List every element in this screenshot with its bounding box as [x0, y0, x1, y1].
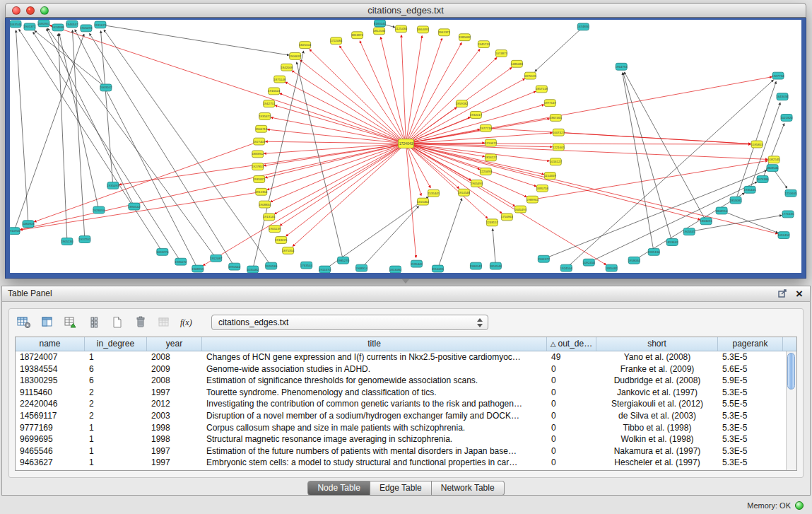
network-node[interactable]: 1210672 — [485, 139, 498, 146]
network-node[interactable]: 1863091 — [700, 218, 713, 225]
citation-edge-black[interactable] — [90, 33, 235, 267]
citation-edge-red[interactable] — [406, 77, 772, 144]
citation-edge-black[interactable] — [104, 30, 271, 266]
table-row[interactable]: 1830029562008Estimation of significance … — [16, 375, 796, 387]
network-node[interactable]: 1985130 — [648, 248, 661, 255]
network-node[interactable]: 1905130 — [61, 238, 73, 245]
network-node[interactable]: 1763544 — [300, 262, 313, 269]
table-row[interactable]: 977716911998Corpus callosum shape and si… — [16, 422, 796, 434]
network-node[interactable]: 1946347 — [66, 21, 78, 28]
network-node[interactable]: 1985082 — [459, 34, 471, 41]
citation-edge-red[interactable] — [203, 144, 406, 265]
network-node[interactable]: 1931672 — [94, 21, 107, 28]
network-node[interactable]: 1927403 — [253, 138, 266, 145]
table-row[interactable]: 946554611997Estimation of the future num… — [16, 445, 796, 457]
network-node[interactable]: 1895758 — [536, 185, 549, 192]
network-node[interactable]: 1842008 — [281, 64, 293, 71]
table-row[interactable]: 946362711997Embryonic stem cells: a mode… — [16, 457, 796, 469]
network-node[interactable]: 1905377 — [538, 255, 551, 262]
network-node[interactable]: 1918225 — [275, 237, 288, 244]
network-node[interactable]: 1932017 — [470, 112, 483, 119]
network-node[interactable]: 1825104 — [299, 42, 312, 49]
network-node[interactable]: 1220493 — [480, 168, 493, 175]
rows-button[interactable] — [85, 314, 103, 331]
column-header-in_degree[interactable]: in_degree — [85, 337, 147, 351]
network-node[interactable]: 1811872 — [351, 32, 363, 39]
citation-edge-black[interactable] — [297, 62, 343, 260]
network-node[interactable]: 1935871 — [253, 176, 266, 183]
network-node[interactable]: 1926530 — [265, 262, 278, 269]
network-node[interactable]: 1912354 — [255, 188, 268, 195]
network-node[interactable]: 1935072 — [175, 258, 187, 265]
citation-edge-black[interactable] — [493, 229, 495, 266]
network-node[interactable]: 1905093 — [80, 25, 93, 32]
minimize-window-button[interactable] — [26, 6, 35, 15]
network-node[interactable]: 1857518 — [536, 86, 548, 93]
network-node[interactable]: 2026050 — [93, 206, 105, 214]
network-node[interactable]: 1890542 — [128, 203, 141, 210]
citation-edge-red[interactable] — [406, 144, 536, 186]
network-node[interactable]: 1980542 — [470, 262, 483, 269]
network-node[interactable]: 1867465 — [550, 115, 563, 122]
network-node[interactable]: 1906632 — [289, 52, 302, 59]
column-header-year[interactable]: year — [147, 337, 202, 351]
network-node[interactable]: 1935445 — [744, 186, 757, 193]
column-header-name[interactable]: name — [16, 337, 85, 351]
citation-edge-red[interactable] — [267, 144, 406, 189]
network-node[interactable]: 1908914 — [355, 264, 368, 271]
citation-edge-red[interactable] — [406, 107, 457, 144]
network-node[interactable]: 8183041 — [374, 20, 387, 27]
network-node[interactable]: 1875135 — [524, 72, 537, 79]
panel-splitter-grip[interactable] — [400, 279, 411, 285]
network-node[interactable]: 1853080 — [389, 266, 402, 273]
network-node[interactable]: 1927734 — [772, 72, 784, 79]
network-node[interactable]: 1074873 — [495, 50, 508, 57]
column-header-short[interactable]: short — [596, 337, 718, 351]
citation-edge-red[interactable] — [486, 128, 751, 144]
network-node[interactable]: 1007427 — [553, 129, 565, 136]
network-node[interactable]: 1977716 — [480, 124, 493, 132]
network-node[interactable]: 1125430 — [395, 25, 407, 33]
network-node[interactable]: 2080901 — [37, 20, 50, 27]
network-node[interactable]: 1092452 — [777, 232, 790, 239]
network-node[interactable]: 1812530 — [373, 28, 386, 35]
tab-edge-table[interactable]: Edge Table — [370, 481, 432, 496]
citation-edge-black[interactable] — [101, 31, 113, 186]
network-node-hub[interactable]: 1724043 — [399, 139, 414, 148]
network-node[interactable]: 1908953 — [192, 265, 204, 272]
citation-edge-red[interactable] — [406, 144, 777, 233]
float-panel-button[interactable] — [778, 288, 787, 300]
network-node[interactable]: 1990542 — [228, 263, 241, 270]
citation-edge-black[interactable] — [58, 34, 67, 242]
network-node[interactable]: 1221605 — [553, 144, 565, 151]
citation-edge-black[interactable] — [47, 28, 216, 258]
network-node[interactable]: 1913145 — [263, 214, 276, 221]
network-node[interactable]: 1927853 — [252, 163, 264, 170]
network-node[interactable]: 1082545 — [767, 156, 780, 163]
function-builder-button[interactable]: f(x) — [178, 314, 196, 331]
network-node[interactable]: 1080903 — [22, 221, 35, 228]
network-node[interactable]: 1722084 — [330, 37, 343, 45]
network-node[interactable]: 1959182 — [456, 100, 469, 107]
citation-edge-red[interactable] — [286, 144, 406, 236]
network-node[interactable]: 1021820 — [780, 115, 793, 122]
network-node[interactable]: 1053270 — [156, 248, 169, 255]
citation-edge-red[interactable] — [300, 60, 406, 144]
network-node[interactable]: 1905345 — [683, 228, 696, 235]
network-node[interactable]: 1961371 — [438, 29, 451, 36]
citation-edge-red[interactable] — [20, 144, 406, 230]
network-node[interactable]: 1092450 — [583, 259, 596, 266]
citation-edge-red[interactable] — [406, 144, 543, 175]
citation-edge-black[interactable] — [75, 30, 198, 269]
show-columns-button[interactable] — [38, 314, 57, 331]
citation-edge-red[interactable] — [264, 144, 406, 165]
citation-edge-black[interactable] — [16, 30, 28, 224]
network-node[interactable]: 1924504 — [560, 264, 573, 271]
network-node[interactable]: 1808914 — [716, 207, 729, 214]
scrollbar-thumb[interactable] — [787, 353, 795, 390]
network-node[interactable]: 1977147 — [544, 100, 557, 107]
citation-edge-black[interactable] — [35, 30, 106, 87]
network-node[interactable]: 1316462 — [417, 198, 430, 205]
network-node[interactable]: 1679180 — [757, 176, 770, 183]
citation-edge-red[interactable] — [406, 144, 767, 159]
